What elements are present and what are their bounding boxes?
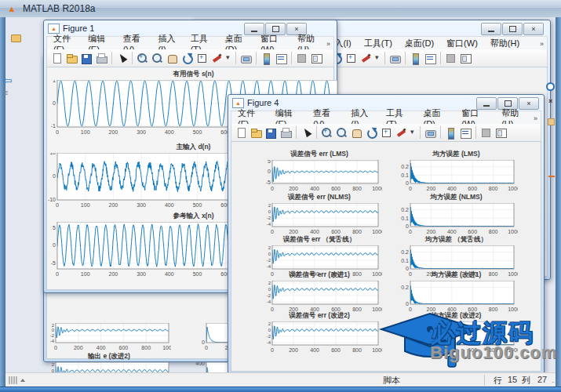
svg-text:500: 500 <box>193 129 202 135</box>
figure4-mse-plot-1-title: 均方误差 (NLMS) <box>395 193 518 202</box>
svg-text:100: 100 <box>81 202 90 208</box>
svg-text:400: 400 <box>195 362 205 366</box>
statusbar: 脚本 行 15 列 27 .. <box>5 372 556 387</box>
svg-text:400: 400 <box>447 229 457 234</box>
insert-legend-icon[interactable] <box>424 52 437 65</box>
svg-text:200: 200 <box>427 186 436 191</box>
annotation-close-icon[interactable]: × <box>548 97 552 105</box>
watermark-text-url: Biguo100.com <box>430 343 557 363</box>
svg-text:0.2: 0.2 <box>401 249 409 255</box>
svg-text:400: 400 <box>447 186 457 191</box>
svg-text:0: 0 <box>54 345 57 350</box>
folder-icon[interactable] <box>11 34 21 42</box>
back-arrow-icon[interactable]: ⇦ <box>2 74 13 88</box>
statusbar-col-label: 列 <box>522 375 530 387</box>
statusbar-resize-grip[interactable]: .. <box>552 376 554 384</box>
svg-text:0.2: 0.2 <box>401 285 409 290</box>
svg-text:300: 300 <box>137 271 146 277</box>
menu-overflow-icon[interactable]: » <box>540 40 544 48</box>
close-button[interactable]: × <box>523 23 544 35</box>
svg-text:-1: -1 <box>51 123 56 129</box>
menu-item[interactable]: 帮助(H) <box>484 38 526 49</box>
plot-tools-on-icon[interactable] <box>459 52 472 65</box>
svg-text:-4: -4 <box>50 339 55 343</box>
window-buttons: × <box>480 23 544 35</box>
main-titlebar[interactable]: ▲ MATLAB R2018a <box>0 0 561 18</box>
svg-text:2: 2 <box>52 362 55 367</box>
statusbar-line-value: 15 <box>508 375 517 384</box>
svg-text:0.2: 0.2 <box>401 164 409 169</box>
minimize-button[interactable] <box>481 23 501 35</box>
svg-text:1000: 1000 <box>508 186 518 191</box>
svg-text:600: 600 <box>119 345 129 350</box>
brush-dropdown-icon[interactable] <box>374 52 381 65</box>
main-window-bottom-frame <box>0 387 561 392</box>
figure4-mse-plot-2-title: 均方误差 （箕舌线） <box>395 235 518 245</box>
svg-text:-2: -2 <box>50 333 55 338</box>
toolbar-separator <box>405 52 406 64</box>
svg-text:400: 400 <box>165 271 174 277</box>
annotation-marker-icon[interactable] <box>548 176 555 177</box>
svg-text:200: 200 <box>109 129 118 135</box>
menu-item[interactable]: 窗口(W) <box>440 38 484 49</box>
svg-text:800: 800 <box>489 186 498 191</box>
annotation-dot-icon[interactable] <box>546 82 555 91</box>
plot-tools-off-icon[interactable] <box>444 52 457 65</box>
svg-text:400: 400 <box>97 345 106 350</box>
svg-text:300: 300 <box>137 129 146 135</box>
svg-text:400: 400 <box>165 202 174 208</box>
svg-text:0: 0 <box>409 186 412 191</box>
data-cursor-icon[interactable] <box>344 52 358 65</box>
svg-text:0: 0 <box>409 229 412 234</box>
svg-text:200: 200 <box>427 229 436 234</box>
svg-text:0: 0 <box>53 100 56 106</box>
svg-text:1: 1 <box>53 80 56 83</box>
svg-text:2: 2 <box>52 323 55 328</box>
svg-text:0: 0 <box>205 345 208 350</box>
bg-left-plot-1-title: 输出 e (改进2) <box>47 352 171 361</box>
brush-icon[interactable] <box>359 52 373 65</box>
statusbar-doc-type: 脚本 <box>383 375 400 387</box>
svg-text:0.1: 0.1 <box>401 258 409 263</box>
svg-text:400: 400 <box>165 129 174 135</box>
statusbar-separator <box>484 375 485 386</box>
link-plots-icon[interactable] <box>388 52 402 65</box>
menu-item[interactable]: 工具(T) <box>358 38 399 49</box>
maximize-button[interactable] <box>502 23 523 35</box>
svg-text:0.1: 0.1 <box>401 216 409 221</box>
svg-text:300: 300 <box>137 202 146 208</box>
svg-text:0.1: 0.1 <box>401 172 409 178</box>
main-window-title: MATLAB R2018a <box>23 3 96 14</box>
menu-item[interactable]: 桌面(D) <box>399 38 440 49</box>
statusbar-col-value: 27 <box>537 375 547 384</box>
svg-text:600: 600 <box>468 229 477 234</box>
svg-text:500: 500 <box>193 271 202 277</box>
toolbar-separator <box>440 52 441 64</box>
svg-text:0.2: 0.2 <box>401 207 409 212</box>
matlab-logo-icon: ▲ <box>5 3 18 14</box>
svg-text:-5: -5 <box>51 260 56 266</box>
svg-text:200: 200 <box>109 202 118 208</box>
svg-text:200: 200 <box>109 271 118 277</box>
annotation-square-icon[interactable] <box>548 118 555 125</box>
figure4-mse-plot-1: 均方误差 (NLMS)0.20.1002004006008001000 <box>395 203 518 238</box>
svg-text:0: 0 <box>56 271 59 277</box>
insert-colorbar-icon[interactable] <box>409 52 422 65</box>
figure4-mse-plot-0-title: 均方误差 (LMS) <box>395 150 518 159</box>
svg-text:500: 500 <box>193 202 202 208</box>
svg-text:10: 10 <box>49 153 56 155</box>
svg-text:100: 100 <box>81 271 90 277</box>
list-icon[interactable]: ≡ <box>3 88 8 97</box>
svg-text:800: 800 <box>489 229 498 234</box>
svg-text:5: 5 <box>53 225 56 230</box>
svg-text:0: 0 <box>52 328 55 332</box>
statusbar-grip-icon[interactable] <box>9 376 25 384</box>
toolbar-separator <box>384 52 385 64</box>
bg-left-plot-0: 20-2-402004006008001000 <box>47 323 171 355</box>
svg-text:0: 0 <box>53 242 56 248</box>
svg-text:0: 0 <box>56 202 59 208</box>
svg-text:100: 100 <box>81 129 90 135</box>
figure4-mse-plot-3-title: 均方误差 (改进1) <box>395 270 518 280</box>
main-window-right-frame <box>556 17 561 392</box>
svg-text:200: 200 <box>74 345 83 350</box>
